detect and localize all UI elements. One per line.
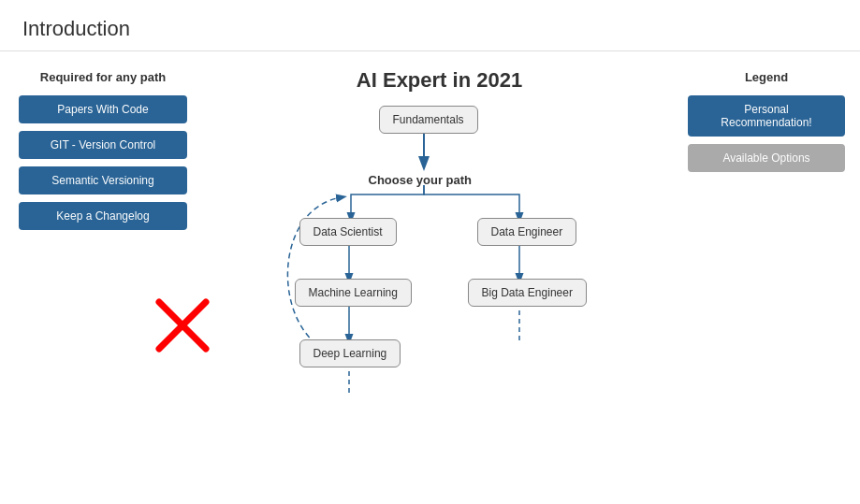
machine-learning-box: Machine Learning: [295, 279, 412, 307]
left-panel: Required for any path Papers With Code G…: [0, 51, 206, 499]
git-version-control-button[interactable]: GIT - Version Control: [19, 131, 187, 159]
fundamentals-box: Fundamentals: [379, 106, 478, 134]
x-mark-icon: [154, 297, 211, 353]
available-options-legend: Available Options: [688, 144, 845, 172]
legend-panel: Legend Personal Recommendation! Availabl…: [673, 51, 860, 499]
required-heading: Required for any path: [19, 70, 187, 84]
big-data-engineer-box: Big Data Engineer: [468, 279, 587, 307]
semantic-versioning-button[interactable]: Semantic Versioning: [19, 166, 187, 194]
diagram-title: AI Expert in 2021: [357, 68, 522, 93]
keep-changelog-button[interactable]: Keep a Changelog: [19, 202, 187, 230]
data-engineer-box: Data Engineer: [477, 218, 577, 246]
center-panel: AI Expert in 2021: [206, 51, 673, 499]
choose-path-label: Choose your path: [356, 166, 486, 194]
personal-recommendation-legend: Personal Recommendation!: [688, 95, 845, 137]
page-title: Introduction: [0, 0, 860, 51]
papers-with-code-button[interactable]: Papers With Code: [19, 95, 187, 123]
diagram-area: Fundamentals Choose your path Data Scien…: [243, 96, 636, 470]
legend-title: Legend: [688, 70, 845, 84]
deep-learning-box: Deep Learning: [299, 339, 401, 367]
data-scientist-box: Data Scientist: [299, 218, 397, 246]
